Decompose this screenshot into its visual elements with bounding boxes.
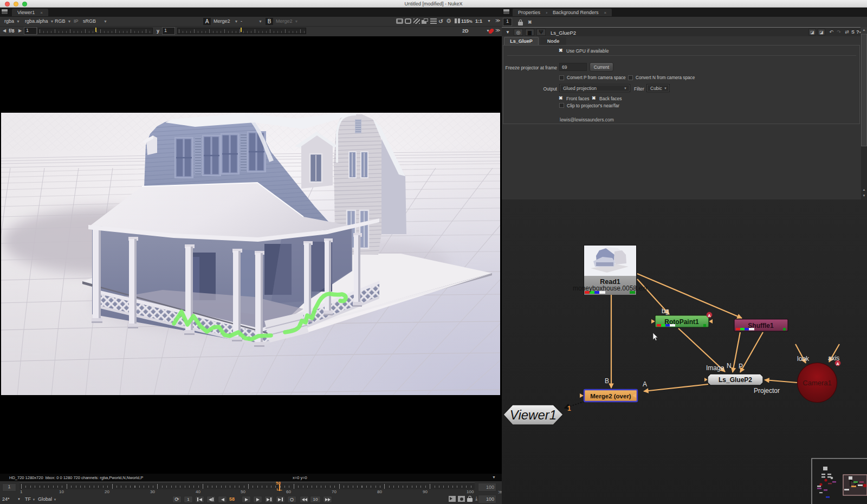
svg-text:B: B [605, 377, 609, 385]
svg-text:P: P [739, 363, 743, 370]
svg-text:Camera1: Camera1 [803, 379, 831, 387]
svg-text:Image: Image [706, 364, 724, 372]
svg-text:axis: axis [828, 354, 839, 362]
svg-text:Viewer1: Viewer1 [510, 408, 557, 422]
svg-text:A: A [643, 380, 647, 388]
svg-text:A: A [708, 313, 711, 318]
svg-text:look: look [797, 355, 810, 363]
svg-text:moneyboxhouse.0058.exr: moneyboxhouse.0058.exr [573, 285, 648, 292]
svg-text:1: 1 [567, 405, 571, 412]
svg-text:Projector: Projector [754, 387, 780, 395]
svg-text:Merge2 (over): Merge2 (over) [590, 393, 631, 399]
svg-text:bg: bg [662, 307, 669, 315]
svg-text:N: N [727, 362, 732, 370]
svg-text:Ls_GlueP2: Ls_GlueP2 [719, 376, 752, 384]
